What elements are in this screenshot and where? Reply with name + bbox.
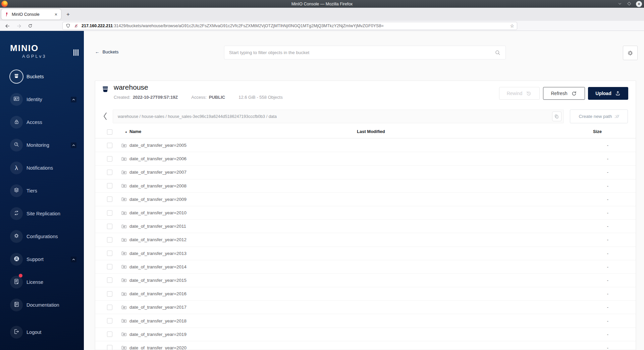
create-new-path-button[interactable]: Create new path :// (570, 110, 628, 123)
sidebar-item[interactable]: Documentation (0, 294, 84, 316)
column-size[interactable]: Size (593, 129, 602, 134)
table-row[interactable]: date_of_transfer_year=2013 - (95, 247, 636, 260)
sidebar-item[interactable]: License (0, 271, 84, 294)
sidebar-collapse-icon[interactable] (73, 49, 78, 56)
sidebar: MINIO AGPLv3 Buckets Identity (0, 31, 84, 350)
table-row[interactable]: date_of_transfer_year=2006 - (95, 152, 636, 166)
object-size: - (607, 251, 609, 256)
table-row[interactable]: date_of_transfer_year=2012 - (95, 233, 636, 247)
folder-icon (121, 183, 127, 189)
object-list: date_of_transfer_year=2005 - date_of_tra… (95, 139, 636, 350)
minio-license-tag: AGPLv3 (22, 54, 46, 59)
chevron-up-icon[interactable] (71, 257, 76, 262)
folder-icon (121, 223, 127, 229)
object-name: date_of_transfer_year=2008 (129, 183, 186, 188)
sidebar-item[interactable]: Site Replication (0, 202, 84, 225)
folder-icon (121, 277, 127, 283)
browser-forward-icon[interactable] (15, 22, 23, 30)
object-size: - (607, 143, 609, 148)
table-row[interactable]: date_of_transfer_year=2018 - (95, 314, 636, 327)
sidebar-item[interactable]: Identity (0, 88, 84, 111)
url-bar[interactable]: 217.160.222.211:31429/buckets/warehouse/… (62, 22, 517, 30)
table-row[interactable]: date_of_transfer_year=2010 - (95, 206, 636, 220)
object-name: date_of_transfer_year=2015 (129, 278, 186, 283)
browser-back-icon[interactable] (3, 22, 11, 30)
row-checkbox[interactable] (107, 156, 112, 162)
access-value: PUBLIC (209, 95, 225, 100)
row-checkbox[interactable] (107, 224, 112, 229)
window-maximize-icon[interactable] (627, 1, 632, 7)
row-checkbox[interactable] (107, 251, 112, 256)
row-checkbox[interactable] (107, 196, 112, 202)
row-checkbox[interactable] (107, 210, 112, 216)
object-size: - (607, 237, 609, 242)
table-row[interactable]: date_of_transfer_year=2020 - (95, 341, 636, 350)
row-checkbox[interactable] (107, 170, 112, 175)
new-tab-button[interactable]: + (64, 10, 72, 19)
table-row[interactable]: date_of_transfer_year=2017 - (95, 301, 636, 314)
folder-icon (121, 291, 127, 297)
window-minimize-icon[interactable] (617, 1, 623, 7)
object-name: date_of_transfer_year=2012 (129, 237, 186, 242)
upload-button[interactable]: Upload (588, 87, 628, 100)
browser-tab-bar: MinIO Console × + (0, 8, 644, 21)
row-checkbox[interactable] (107, 318, 112, 323)
sidebar-item[interactable]: Logout (0, 321, 84, 344)
row-checkbox[interactable] (107, 291, 112, 297)
chevron-up-icon[interactable] (71, 97, 76, 102)
browser-tab-minio-console[interactable]: MinIO Console × (1, 9, 61, 19)
object-name: date_of_transfer_year=2009 (129, 197, 186, 202)
table-row[interactable]: date_of_transfer_year=2011 - (95, 220, 636, 233)
sidebar-item[interactable]: Configurations (0, 225, 84, 248)
filter-objects-searchbar (224, 46, 506, 59)
browser-reload-icon[interactable] (26, 22, 34, 30)
search-input[interactable] (229, 50, 494, 55)
settings-gear-button[interactable] (623, 46, 638, 60)
row-checkbox[interactable] (107, 183, 112, 188)
bookmark-star-icon[interactable]: ☆ (510, 23, 514, 29)
row-checkbox[interactable] (107, 264, 112, 269)
row-checkbox[interactable] (107, 345, 112, 350)
table-row[interactable]: date_of_transfer_year=2008 - (95, 179, 636, 193)
sort-ascending-icon: ▲ (125, 130, 127, 133)
rewind-button[interactable]: Rewind (499, 87, 540, 100)
breadcrumb[interactable]: warehouse / house-sales / house_sales-3e… (118, 114, 552, 119)
sidebar-item[interactable]: λ Notifications (0, 157, 84, 179)
object-size: - (607, 197, 609, 202)
tab-close-icon[interactable]: × (54, 12, 58, 17)
sidebar-item[interactable]: Support (0, 248, 84, 271)
object-size: - (607, 156, 609, 161)
table-row[interactable]: date_of_transfer_year=2007 - (95, 166, 636, 179)
table-row[interactable]: date_of_transfer_year=2019 - (95, 328, 636, 341)
window-close-icon[interactable]: × (636, 1, 642, 7)
path-back-chevron-icon[interactable] (102, 112, 108, 122)
sidebar-item[interactable]: Monitoring (0, 134, 84, 157)
sidebar-item[interactable]: Tiers (0, 179, 84, 202)
shield-permissions-icon[interactable] (65, 23, 71, 29)
chevron-up-icon[interactable] (71, 142, 76, 148)
sidebar-item[interactable]: Buckets (0, 65, 84, 88)
table-row[interactable]: date_of_transfer_year=2005 - (95, 139, 636, 152)
bucket-icon (13, 73, 20, 81)
object-name: date_of_transfer_year=2010 (129, 210, 186, 215)
access-label: Access: (191, 95, 207, 100)
select-all-checkbox[interactable] (107, 129, 112, 135)
table-row[interactable]: date_of_transfer_year=2014 - (95, 260, 636, 274)
column-name[interactable]: ▲Name (125, 129, 141, 134)
row-checkbox[interactable] (107, 143, 112, 148)
row-checkbox[interactable] (107, 277, 112, 283)
sidebar-item[interactable]: Access (0, 111, 84, 134)
table-row[interactable]: date_of_transfer_year=2015 - (95, 274, 636, 287)
object-name: date_of_transfer_year=2017 (129, 305, 186, 310)
bucket-card: warehouse Created: 2022-10-27T09:57:19Z … (95, 81, 636, 350)
table-row[interactable]: date_of_transfer_year=2009 - (95, 193, 636, 206)
column-last-modified[interactable]: Last Modified (357, 129, 385, 134)
table-row[interactable]: date_of_transfer_year=2016 - (95, 287, 636, 301)
back-to-buckets-link[interactable]: ← Buckets (95, 49, 119, 54)
copy-path-button[interactable] (552, 112, 561, 121)
insecure-lock-icon[interactable] (73, 23, 79, 29)
row-checkbox[interactable] (107, 305, 112, 310)
refresh-button[interactable]: Refresh (543, 87, 585, 100)
row-checkbox[interactable] (107, 237, 112, 243)
row-checkbox[interactable] (107, 332, 112, 337)
